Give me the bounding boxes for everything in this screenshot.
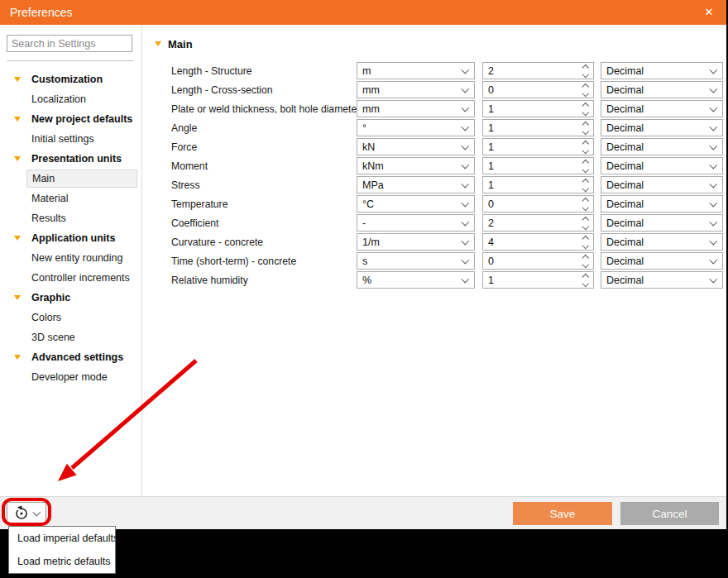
sidebar-item-label: Material: [31, 193, 68, 204]
stepper-arrows-icon[interactable]: [583, 160, 588, 171]
sidebar-item-new-entity-rounding[interactable]: New entity rounding: [0, 248, 141, 268]
unit-select[interactable]: °C: [357, 195, 475, 213]
stepper-arrows-icon[interactable]: [583, 198, 588, 209]
expander-triangle-icon[interactable]: [14, 77, 21, 82]
format-select[interactable]: Decimal: [601, 138, 723, 155]
unit-select[interactable]: %: [357, 271, 475, 289]
sidebar-item-advanced-settings[interactable]: Advanced settings: [0, 347, 141, 367]
stepper-arrows-icon[interactable]: [583, 65, 588, 76]
format-select[interactable]: Decimal: [601, 214, 723, 232]
precision-stepper[interactable]: 1: [482, 100, 594, 117]
sidebar-item-localization[interactable]: Localization: [0, 89, 141, 109]
sidebar-item-material[interactable]: Material: [0, 189, 141, 208]
precision-stepper[interactable]: 2: [482, 62, 594, 79]
sidebar-item-3d-scene[interactable]: 3D scene: [0, 327, 141, 347]
unit-row-label: Coefficient: [142, 217, 357, 229]
precision-stepper[interactable]: 0: [482, 81, 594, 98]
expander-triangle-icon[interactable]: [14, 355, 21, 360]
chevron-down-icon[interactable]: [582, 279, 588, 286]
cancel-button[interactable]: Cancel: [620, 502, 719, 525]
sidebar-item-controller-increments[interactable]: Controller increments: [0, 268, 141, 288]
precision-stepper[interactable]: 1: [482, 119, 594, 136]
precision-stepper[interactable]: 1: [482, 138, 594, 155]
chevron-down-icon[interactable]: [582, 70, 588, 77]
stepper-arrows-icon[interactable]: [583, 256, 588, 266]
chevron-down-icon: [709, 179, 716, 187]
unit-select[interactable]: s: [357, 252, 475, 270]
unit-select[interactable]: mm: [357, 100, 475, 117]
unit-select[interactable]: °: [357, 119, 475, 136]
precision-stepper[interactable]: 4: [482, 233, 594, 251]
format-select-value: Decimal: [606, 217, 644, 229]
sidebar-item-customization[interactable]: Customization: [0, 69, 141, 89]
stepper-arrows-icon[interactable]: [583, 217, 588, 228]
expander-triangle-icon[interactable]: [14, 295, 21, 300]
precision-stepper[interactable]: 0: [482, 252, 594, 270]
format-select[interactable]: Decimal: [601, 195, 723, 213]
unit-select-value: MPa: [362, 179, 384, 191]
format-select[interactable]: Decimal: [601, 119, 723, 136]
unit-select-value: 1/m: [362, 236, 380, 248]
sidebar-item-initial-settings[interactable]: Initial settings: [0, 129, 141, 149]
chevron-down-icon[interactable]: [582, 203, 588, 210]
sidebar-item-developer-mode[interactable]: Developer mode: [0, 367, 141, 387]
stepper-arrows-icon[interactable]: [583, 84, 588, 95]
sidebar-item-presentation-units[interactable]: Presentation units: [0, 149, 141, 169]
load-defaults-button[interactable]: [7, 502, 46, 523]
chevron-down-icon[interactable]: [582, 89, 588, 96]
precision-stepper[interactable]: 2: [482, 214, 594, 232]
unit-select[interactable]: 1/m: [357, 233, 475, 251]
menu-item-load-metric-defaults[interactable]: Load metric defaults: [9, 550, 115, 573]
format-select[interactable]: Decimal: [601, 271, 723, 289]
chevron-down-icon[interactable]: [582, 108, 588, 115]
menu-item-load-imperial-defaults[interactable]: Load imperial defaults: [9, 527, 115, 550]
sidebar-item-new-project-defaults[interactable]: New project defaults: [0, 109, 141, 129]
chevron-down-icon[interactable]: [582, 127, 588, 134]
unit-row-label: Temperature: [142, 198, 357, 210]
format-select-value: Decimal: [606, 198, 644, 210]
sidebar-item-application-units[interactable]: Application units: [0, 228, 141, 248]
stepper-arrows-icon[interactable]: [583, 236, 588, 247]
unit-select[interactable]: kNm: [357, 157, 475, 174]
content-panel: Main Length - Structurem2DecimalLength -…: [142, 25, 726, 496]
stepper-arrows-icon[interactable]: [583, 122, 588, 133]
chevron-down-icon[interactable]: [582, 222, 588, 229]
expander-triangle-icon[interactable]: [14, 117, 21, 122]
sidebar-item-label: Initial settings: [31, 133, 94, 145]
sidebar-item-colors[interactable]: Colors: [0, 308, 141, 327]
stepper-arrows-icon[interactable]: [583, 275, 588, 285]
chevron-down-icon[interactable]: [582, 260, 588, 267]
format-select[interactable]: Decimal: [601, 176, 723, 193]
chevron-down-icon[interactable]: [582, 165, 588, 172]
format-select[interactable]: Decimal: [601, 157, 723, 174]
expander-triangle-icon[interactable]: [155, 41, 161, 46]
unit-select[interactable]: m: [357, 62, 475, 79]
format-select[interactable]: Decimal: [601, 81, 723, 98]
expander-triangle-icon[interactable]: [14, 156, 21, 161]
expander-triangle-icon[interactable]: [14, 236, 21, 241]
chevron-down-icon[interactable]: [582, 146, 588, 153]
precision-stepper[interactable]: 1: [482, 157, 594, 174]
sidebar-item-graphic[interactable]: Graphic: [0, 288, 141, 308]
format-select[interactable]: Decimal: [601, 62, 723, 79]
stepper-arrows-icon[interactable]: [583, 103, 588, 114]
stepper-arrows-icon[interactable]: [583, 179, 588, 190]
unit-select[interactable]: MPa: [357, 176, 475, 193]
sidebar-item-results[interactable]: Results: [0, 208, 141, 228]
search-input[interactable]: [7, 35, 132, 52]
format-select[interactable]: Decimal: [601, 100, 723, 117]
format-select[interactable]: Decimal: [601, 233, 723, 251]
stepper-arrows-icon[interactable]: [583, 141, 588, 152]
sidebar-item-main[interactable]: Main: [26, 170, 137, 188]
chevron-down-icon[interactable]: [582, 184, 588, 191]
precision-stepper[interactable]: 1: [482, 176, 594, 193]
precision-stepper[interactable]: 0: [482, 195, 594, 213]
close-icon[interactable]: ✕: [697, 0, 721, 25]
format-select[interactable]: Decimal: [601, 252, 723, 270]
unit-select[interactable]: kN: [357, 138, 475, 155]
save-button[interactable]: Save: [513, 502, 612, 525]
chevron-down-icon[interactable]: [582, 241, 588, 248]
precision-stepper[interactable]: 1: [482, 271, 594, 289]
unit-select[interactable]: -: [357, 214, 475, 232]
unit-select[interactable]: mm: [357, 81, 475, 98]
